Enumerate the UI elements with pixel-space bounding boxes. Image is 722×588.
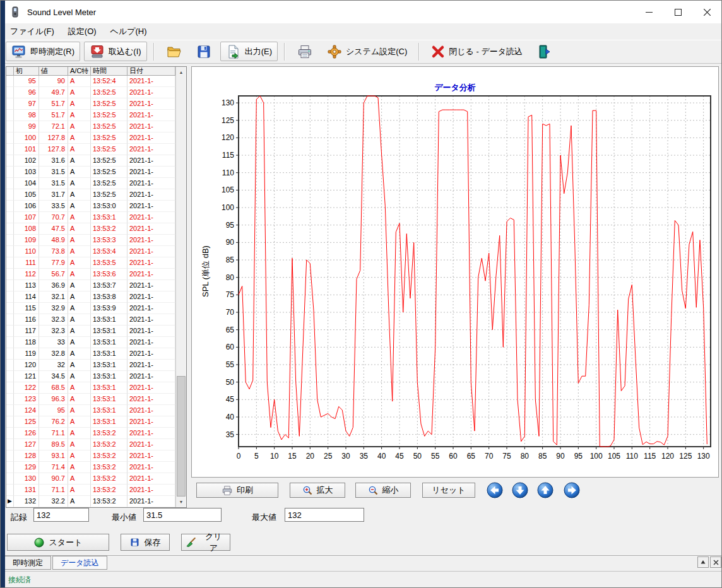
header-index[interactable]: 初 (14, 67, 39, 76)
table-row[interactable]: 11336.9A13:53:72021-1- (6, 280, 175, 291)
table-row[interactable]: 9649.7A13:52:52021-1- (6, 87, 175, 98)
scroll-right-button[interactable] (564, 482, 580, 498)
clear-button[interactable]: クリア (181, 534, 230, 551)
max-field[interactable] (285, 508, 364, 522)
zoom-in-button[interactable]: 拡大 (290, 483, 345, 498)
instant-measure-button[interactable]: 即時測定(R) (6, 42, 80, 61)
table-row[interactable]: 10948.9A13:53:32021-1- (6, 235, 175, 246)
table-row[interactable]: 9972.1A13:52:52021-1- (6, 121, 175, 132)
table-row[interactable]: ▶13232.2A13:53:22021-1- (6, 496, 175, 507)
cell-date: 2021-1- (127, 269, 175, 280)
chart-canvas[interactable]: 0510152025303540455055606570758085909510… (192, 67, 718, 477)
table-row[interactable]: 11432.1A13:53:82021-1- (6, 291, 175, 303)
zoom-out-button[interactable]: 縮小 (355, 483, 411, 498)
cell-date: 2021-1- (127, 212, 175, 223)
table-row[interactable]: 12576.2A13:53:12021-1- (6, 416, 175, 428)
menu-help[interactable]: ヘルプ(H) (104, 24, 154, 39)
svg-text:110: 110 (222, 168, 234, 177)
start-button[interactable]: スタート (7, 534, 109, 551)
min-field[interactable] (143, 508, 222, 522)
save-file-button[interactable] (191, 42, 216, 61)
table-row[interactable]: 9590A13:52:42021-1- (6, 76, 175, 87)
cell-time: 13:53:2 (91, 428, 127, 439)
import-button[interactable]: 取込む(I) (84, 42, 147, 61)
toolbar: 即時測定(R) 取込む(I) (1, 40, 721, 64)
scrollbar-down-arrow[interactable]: ▼ (176, 497, 186, 507)
scrollbar-up-arrow[interactable]: ▲ (176, 67, 186, 78)
table-row[interactable]: 12032A13:53:12021-1- (6, 360, 175, 371)
table-scrollbar[interactable]: ▲ ▼ (175, 67, 186, 507)
table-row[interactable]: 10231.6A13:52:52021-1- (6, 155, 175, 167)
row-selector (6, 371, 14, 382)
table-row[interactable]: 12134.5A13:53:12021-1- (6, 371, 175, 382)
scroll-right-icon (564, 482, 580, 498)
export-icon (226, 44, 241, 59)
table-row[interactable]: 100127.8A13:52:52021-1- (6, 132, 175, 144)
table-row[interactable]: 12789.5A13:53:22021-1- (6, 439, 175, 450)
menu-settings[interactable]: 設定(O) (61, 24, 104, 39)
maximize-icon (675, 9, 682, 16)
tab-instant-measure[interactable]: 即時測定 (4, 556, 51, 570)
cell-ac: A (68, 76, 91, 87)
table-row[interactable]: 11073.8A13:53:42021-1- (6, 246, 175, 257)
reset-button[interactable]: リセット (422, 483, 475, 498)
header-ac[interactable]: A/C特 (68, 67, 91, 76)
close-data-button[interactable]: 閉じる - データ読込 (426, 42, 528, 61)
cell-time: 13:52:5 (91, 167, 127, 178)
scroll-left-button[interactable] (487, 482, 503, 498)
table-row[interactable]: 10531.7A13:52:52021-1- (6, 189, 175, 201)
table-row[interactable]: 11833A13:53:12021-1- (6, 337, 175, 348)
maximize-button[interactable] (663, 1, 692, 23)
table-row[interactable]: 11732.3A13:53:12021-1- (6, 326, 175, 337)
table-row[interactable]: 12495A13:53:12021-1- (6, 405, 175, 416)
header-time[interactable]: 時間 (91, 67, 127, 76)
open-file-button[interactable] (161, 42, 187, 61)
cell-value: 68.5 (39, 382, 68, 394)
export-button[interactable]: 出力(E) (220, 42, 278, 61)
table-row[interactable]: 9751.7A13:52:52021-1- (6, 98, 175, 110)
save-button[interactable]: 保存 (121, 534, 170, 551)
table-row[interactable]: 13090.7A13:53:22021-1- (6, 473, 175, 485)
tab-data-load[interactable]: データ読込 (52, 556, 107, 570)
panel-up-button[interactable] (697, 556, 709, 568)
table-row[interactable]: 12396.3A13:53:12021-1- (6, 394, 175, 405)
table-row[interactable]: 12671.1A13:53:22021-1- (6, 428, 175, 439)
table-row[interactable]: 11256.7A13:53:62021-1- (6, 269, 175, 280)
table-row[interactable]: 11177.9A13:53:52021-1- (6, 257, 175, 269)
table-row[interactable]: 11932.8A13:53:12021-1- (6, 348, 175, 360)
cell-value: 48.9 (39, 235, 68, 246)
table-row[interactable]: 13171.1A13:53:22021-1- (6, 485, 175, 496)
zoom-in-label: 拡大 (317, 485, 333, 496)
records-field[interactable] (33, 508, 89, 522)
cell-time: 13:52:5 (91, 132, 127, 144)
table-row[interactable]: 12893.1A13:53:22021-1- (6, 450, 175, 462)
table-row[interactable]: 12268.5A13:53:12021-1- (6, 382, 175, 394)
header-value[interactable]: 値 (39, 67, 68, 76)
cell-index: 118 (14, 337, 39, 348)
table-row[interactable]: 9851.7A13:52:52021-1- (6, 110, 175, 121)
exit-button[interactable] (531, 42, 557, 61)
table-row[interactable]: 10770.7A13:53:12021-1- (6, 212, 175, 223)
cell-ac: A (68, 167, 91, 178)
header-date[interactable]: 日付 (127, 67, 175, 76)
cell-date: 2021-1- (127, 76, 175, 87)
scroll-up-button[interactable] (537, 482, 553, 498)
table-row[interactable]: 11532.9A13:53:92021-1- (6, 303, 175, 314)
cell-index: 108 (14, 223, 39, 235)
chart-print-button[interactable]: 印刷 (196, 483, 278, 498)
table-row[interactable]: 101127.8A13:52:52021-1- (6, 144, 175, 155)
table-row[interactable]: 10847.5A13:53:22021-1- (6, 223, 175, 235)
print-toolbar-button[interactable] (292, 42, 318, 61)
table-row[interactable]: 10431.5A13:52:52021-1- (6, 178, 175, 189)
panel-close-button[interactable] (710, 556, 721, 568)
table-row[interactable]: 10331.5A13:52:52021-1- (6, 167, 175, 178)
table-row[interactable]: 12971.4A13:53:22021-1- (6, 462, 175, 473)
scroll-down-button[interactable] (512, 482, 528, 498)
system-settings-button[interactable]: システム設定(C) (322, 42, 412, 61)
scrollbar-thumb[interactable] (177, 376, 186, 497)
menu-file[interactable]: ファイル(F) (3, 24, 61, 39)
minimize-button[interactable] (634, 1, 663, 23)
close-button[interactable] (692, 1, 721, 23)
table-row[interactable]: 10633.5A13:53:02021-1- (6, 201, 175, 212)
table-row[interactable]: 11632.3A13:53:12021-1- (6, 314, 175, 326)
